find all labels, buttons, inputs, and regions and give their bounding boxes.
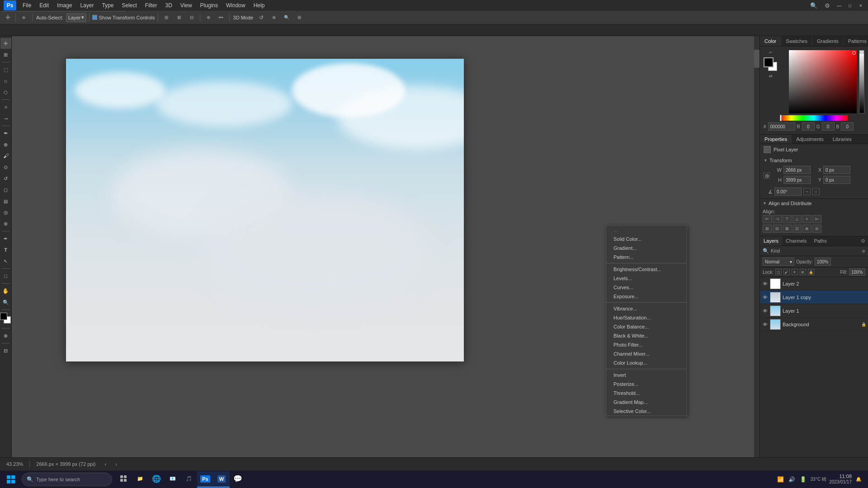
3d-more-icon[interactable]: ⊞ [294,13,305,23]
align-left-icon[interactable]: ⊞ [161,13,172,23]
g-input[interactable] [822,122,835,131]
paths-tab[interactable]: Paths [811,236,830,246]
layer-visibility-layer2[interactable]: 👁 [762,281,768,287]
dropdown-item-gradient-map[interactable]: Gradient Map... [606,398,687,407]
gradients-tab[interactable]: Gradients [812,36,844,46]
align-bottom-edge[interactable]: ⊨ [812,215,821,223]
properties-tab[interactable]: Properties [760,135,792,144]
spot-heal-tool[interactable]: ⊕ [0,139,11,150]
fg-color-indicator[interactable] [764,57,774,67]
taskbar-chrome[interactable]: 🌐 [148,471,165,488]
taskbar-photoshop[interactable]: Ps [197,471,213,488]
crop-tool[interactable]: ⌗ [0,102,11,113]
screen-mode[interactable]: ⊟ [0,345,11,356]
3d-pan-icon[interactable]: ⊕ [269,13,279,23]
move-tool[interactable]: ✛ [0,38,11,49]
type-tool[interactable]: T [0,244,11,255]
layer-visibility-layer1copy[interactable]: 👁 [762,294,768,300]
zoom-tool[interactable]: 🔍 [0,297,11,308]
notification-icon[interactable]: 🔔 [854,476,863,483]
align-center-v[interactable]: ⊣ [773,215,782,223]
quick-select-tool[interactable]: ⬡ [0,87,11,98]
quick-mask-toggle[interactable]: ⊕ [0,330,11,341]
lightness-slider[interactable] [859,50,864,113]
menu-plugins[interactable]: Plugins [197,1,222,9]
clock-area[interactable]: 11:08 2023/01/17 [829,474,852,485]
lock-all-icon[interactable]: 🔒 [808,269,814,275]
show-transform-checkbox[interactable]: Show Transform Controls [92,15,155,20]
task-view-button[interactable] [116,471,132,488]
dropdown-item-ellipsis[interactable]: ... [606,225,687,235]
dropdown-item-threshold[interactable]: Threshold... [606,389,687,398]
distribute-right[interactable]: ⊠ [783,225,792,233]
r-input[interactable] [802,122,815,131]
height-input[interactable] [783,176,811,184]
y-input[interactable] [823,176,850,184]
search-icon[interactable]: 🔍 [808,2,819,9]
dropdown-item-levels[interactable]: Levels... [606,274,687,283]
layer-item-layer1copy[interactable]: 👁 Layer 1 copy [760,291,868,304]
slice-tool[interactable]: ⊸ [0,113,11,124]
dropdown-item-brightness[interactable]: Brightness/Contrast... [606,265,687,274]
dropdown-item-selective-color[interactable]: Selective Color... [606,407,687,416]
dropdown-item-posterize[interactable]: Posterize... [606,380,687,389]
opacity-input[interactable] [815,258,831,266]
lasso-tool[interactable]: ○ [0,75,11,86]
menu-type[interactable]: Type [98,1,117,9]
volume-icon[interactable]: 🔊 [787,475,797,483]
vertical-scrollbar[interactable] [754,36,760,470]
layer-visibility-background[interactable]: 👁 [762,321,768,328]
patterns-tab[interactable]: Patterns [844,36,868,46]
layers-tab[interactable]: Layers [760,236,782,246]
taskbar-explorer[interactable]: 📁 [132,471,148,488]
nav-left[interactable]: ‹ [102,461,109,467]
blur-tool[interactable]: ◎ [0,207,11,218]
reset-default-colors[interactable]: ↩ [769,50,773,55]
dropdown-item-invert[interactable]: Invert [606,371,687,380]
angle-input[interactable] [774,188,802,196]
width-input[interactable] [783,166,811,174]
gradient-tool[interactable]: ▤ [0,196,11,206]
libraries-tab[interactable]: Libraries [828,135,856,144]
channels-tab[interactable]: Channels [782,236,810,246]
dropdown-item-channel-mixer[interactable]: Channel Mixer... [606,349,687,358]
taskbar-wechat[interactable]: 💬 [230,471,246,488]
layers-panel-menu[interactable]: ⚙ [858,236,868,246]
distribute-center-v[interactable]: ⊟ [773,225,782,233]
taskbar-email[interactable]: 📧 [165,471,181,488]
align-top-edge[interactable]: ⊥ [793,215,802,223]
align-right-edge[interactable]: ⊤ [783,215,792,223]
hex-input[interactable] [768,122,795,131]
taskbar-music[interactable]: 🎵 [181,471,197,488]
menu-help[interactable]: Help [250,1,269,9]
eraser-tool[interactable]: ◻ [0,184,11,195]
pen-tool[interactable]: ✒ [0,233,11,244]
fg-color-swatch[interactable] [0,313,7,320]
maximize-button[interactable]: □ [846,2,854,9]
dropdown-item-exposure[interactable]: Exposure... [606,292,687,301]
transform-controls-icon[interactable]: ⊕ [203,13,214,23]
path-select-tool[interactable]: ↖ [0,256,11,267]
layer-item-layer2[interactable]: 👁 Layer 2 [760,277,868,291]
menu-edit[interactable]: Edit [36,1,52,9]
dropdown-item-curves[interactable]: Curves... [606,283,687,292]
eyedropper-tool[interactable]: ✒ [0,128,11,139]
network-icon[interactable]: 📶 [776,475,785,483]
distribute-left[interactable]: ⊞ [763,225,772,233]
distribute-bottom[interactable]: ⊖ [812,225,821,233]
history-brush-tool[interactable]: ↺ [0,173,11,184]
layer-item-layer1[interactable]: 👁 Layer 1 [760,304,868,318]
dropdown-item-pattern[interactable]: Pattern... [606,253,687,262]
3d-rotate-icon[interactable]: ↺ [256,13,267,23]
hue-slider[interactable] [780,115,848,121]
align-left-edge[interactable]: ⊢ [763,215,772,223]
menu-3d[interactable]: 3D [161,1,175,9]
move-options-icon[interactable]: ⊕ [19,13,29,23]
lock-transparent-icon[interactable]: ◫ [775,269,782,275]
minimize-button[interactable]: — [835,2,843,9]
lock-artboard-icon[interactable]: ⊞ [800,269,806,275]
dodge-tool[interactable]: ⊛ [0,218,11,229]
transform-header[interactable]: ▼ Transform [764,158,864,163]
dropdown-item-vibrance[interactable]: Vibrance... [606,304,687,313]
dropdown-item-color-balance[interactable]: Color Balance... [606,322,687,331]
